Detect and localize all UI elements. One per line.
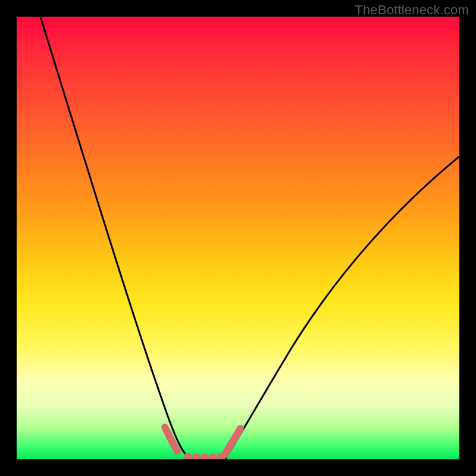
svg-point-8 — [201, 453, 209, 459]
svg-line-5 — [236, 428, 240, 437]
tolerance-marks-left — [165, 427, 177, 451]
watermark-text: TheBottleneck.com — [355, 2, 469, 18]
svg-point-9 — [209, 453, 217, 459]
curve-right — [225, 156, 459, 459]
plot-area — [17, 17, 459, 459]
curve-left — [40, 17, 192, 459]
svg-line-2 — [173, 444, 177, 451]
curve-layer — [17, 17, 459, 459]
svg-point-7 — [192, 453, 201, 459]
chart-frame: TheBottleneck.com — [0, 0, 476, 476]
bottom-band-dots — [184, 453, 226, 459]
tolerance-marks-right — [225, 428, 240, 455]
